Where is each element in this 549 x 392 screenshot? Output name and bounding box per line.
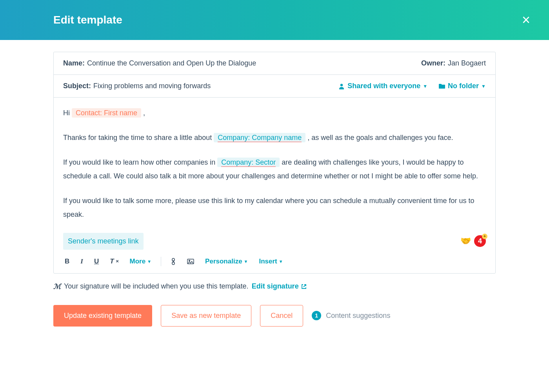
modal-header: Edit template ×: [0, 0, 549, 40]
personalize-dropdown[interactable]: Personalize ▼: [204, 257, 249, 266]
close-icon[interactable]: ×: [522, 13, 530, 27]
update-template-button[interactable]: Update existing template: [53, 305, 152, 327]
handshake-icon[interactable]: 🤝: [460, 233, 471, 250]
suggestions-label: Content suggestions: [326, 312, 390, 320]
chevron-down-icon: ▼: [279, 259, 283, 264]
folder-dropdown[interactable]: No folder ▼: [438, 82, 486, 90]
shared-label: Shared with everyone: [347, 82, 420, 90]
link-button[interactable]: [169, 257, 178, 266]
cancel-button[interactable]: Cancel: [260, 305, 303, 327]
subject-row: Subject: Fixing problems and moving forw…: [54, 75, 495, 98]
external-link-icon: [301, 284, 307, 289]
token-contact-firstname[interactable]: Contact: First name: [72, 108, 141, 118]
modal-title: Edit template: [53, 14, 122, 26]
suggestions-count-badge: 1: [312, 311, 321, 320]
notification-badge[interactable]: 4: [474, 235, 486, 247]
signature-note: ℳ Your signature will be included when y…: [53, 282, 496, 291]
chevron-down-icon: ▼: [481, 83, 486, 89]
edit-signature-link[interactable]: Edit signature: [252, 282, 307, 290]
signature-text: Your signature will be included when you…: [64, 282, 249, 290]
person-icon: [338, 83, 345, 89]
token-company-name[interactable]: Company: Company name: [214, 133, 305, 142]
svg-point-5: [189, 260, 190, 261]
email-body-editor[interactable]: Hi Contact: First name , Thanks for taki…: [54, 98, 495, 255]
paragraph-3: If you would like to talk some more, ple…: [63, 194, 486, 221]
subject-value[interactable]: Fixing problems and moving forwards: [93, 82, 211, 90]
separator: [161, 257, 161, 266]
signature-icon: ℳ: [53, 282, 61, 291]
name-owner-row: Name: Continue the Conversation and Open…: [54, 52, 495, 75]
template-card: Name: Continue the Conversation and Open…: [53, 52, 496, 274]
folder-icon: [438, 83, 445, 89]
paragraph-2: If you would like to learn how other com…: [63, 156, 486, 183]
subject-label: Subject:: [63, 82, 91, 90]
bold-button[interactable]: B: [63, 257, 71, 266]
name-label: Name:: [63, 59, 85, 67]
footer-actions: Update existing template Save as new tem…: [53, 305, 496, 327]
token-meetings-link[interactable]: Sender's meetings link: [63, 233, 144, 250]
svg-point-0: [340, 83, 343, 86]
chevron-down-icon: ▼: [147, 259, 151, 264]
chevron-down-icon: ▼: [423, 83, 427, 89]
clear-format-button[interactable]: T✕: [108, 257, 120, 266]
folder-label: No folder: [448, 82, 479, 90]
owner-value: Jan Bogaert: [448, 59, 486, 67]
italic-button[interactable]: I: [79, 257, 85, 266]
underline-button[interactable]: U: [93, 257, 100, 266]
owner-label: Owner:: [421, 59, 445, 67]
shared-dropdown[interactable]: Shared with everyone ▼: [338, 82, 427, 90]
greeting-line: Hi Contact: First name ,: [63, 106, 486, 120]
name-value[interactable]: Continue the Conversation and Open Up th…: [87, 59, 256, 67]
insert-dropdown[interactable]: Insert ▼: [257, 257, 284, 266]
paragraph-1: Thanks for taking the time to share a li…: [63, 131, 486, 145]
editor-toolbar: B I U T✕ More ▼ Personalize ▼ Insert ▼: [54, 255, 495, 273]
content-suggestions[interactable]: 1 Content suggestions: [312, 311, 390, 320]
reaction-corner: 🤝 4: [460, 233, 486, 250]
save-new-template-button[interactable]: Save as new template: [161, 305, 251, 327]
more-dropdown[interactable]: More ▼: [128, 257, 153, 266]
image-button[interactable]: [185, 258, 196, 265]
token-company-sector[interactable]: Company: Sector: [217, 158, 280, 167]
chevron-down-icon: ▼: [244, 259, 248, 264]
